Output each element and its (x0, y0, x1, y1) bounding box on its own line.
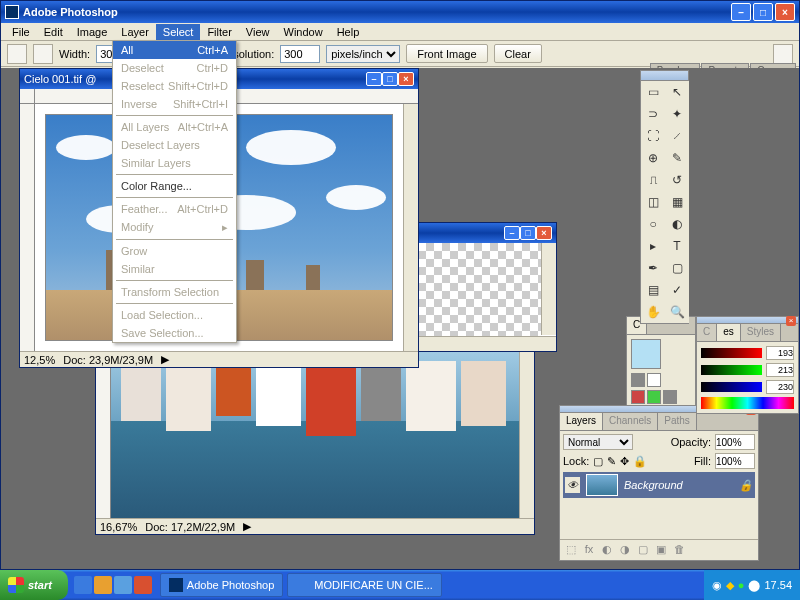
maximize-button[interactable]: □ (753, 3, 773, 21)
scrollbar-horizontal[interactable] (418, 336, 556, 351)
new-layer-icon[interactable]: ▣ (653, 543, 669, 557)
doc-close-button[interactable]: × (536, 226, 552, 240)
document-titlebar[interactable]: – □ × (418, 223, 556, 243)
path-tool-icon[interactable]: ▸ (641, 235, 665, 257)
start-button[interactable]: start (0, 570, 68, 600)
clock[interactable]: 17.54 (764, 579, 792, 591)
document-window-3[interactable]: – □ × (417, 222, 557, 352)
panel-close-icon[interactable]: × (786, 316, 796, 326)
adjustment-icon[interactable]: ◑ (617, 543, 633, 557)
eraser-tool-icon[interactable]: ◫ (641, 191, 665, 213)
taskbar-item[interactable]: MODIFICARE UN CIE... (287, 573, 442, 597)
minimize-button[interactable]: – (731, 3, 751, 21)
hue-ramp[interactable] (701, 397, 794, 409)
panel-tab[interactable]: Styles (741, 324, 781, 341)
tray-icon[interactable]: ◆ (726, 579, 734, 592)
b-slider[interactable] (701, 382, 762, 392)
gradient-tool-icon[interactable]: ▦ (665, 191, 689, 213)
tray-icon[interactable]: ● (738, 579, 745, 591)
menu-item[interactable]: Color Range... (113, 177, 236, 195)
blur-tool-icon[interactable]: ○ (641, 213, 665, 235)
resolution-input[interactable] (280, 45, 320, 63)
pen-tool-icon[interactable]: ✒ (641, 257, 665, 279)
panel-tab[interactable]: Layers (560, 413, 603, 430)
desktop-icon[interactable] (114, 576, 132, 594)
wand-tool-icon[interactable]: ✦ (665, 103, 689, 125)
menu-file[interactable]: File (5, 24, 37, 40)
panel-tab[interactable]: C (697, 324, 717, 341)
mode-icon[interactable] (647, 373, 661, 387)
slice-tool-icon[interactable]: ⟋ (665, 125, 689, 147)
lock-brush-icon[interactable]: ✎ (607, 455, 616, 468)
dodge-tool-icon[interactable]: ◐ (665, 213, 689, 235)
r-slider[interactable] (701, 348, 762, 358)
swatch-icon[interactable] (663, 390, 677, 404)
lock-transparency-icon[interactable]: ▢ (593, 455, 603, 468)
hand-tool-icon[interactable]: ✋ (641, 301, 665, 323)
visibility-icon[interactable]: 👁 (565, 477, 580, 493)
scrollbar-vertical[interactable] (403, 104, 418, 351)
doc-minimize-button[interactable]: – (366, 72, 382, 86)
menu-filter[interactable]: Filter (200, 24, 238, 40)
mail-icon[interactable] (94, 576, 112, 594)
stamp-tool-icon[interactable]: ⎍ (641, 169, 665, 191)
ie-icon[interactable] (74, 576, 92, 594)
panel-tab[interactable]: Paths (658, 413, 697, 430)
blend-mode-select[interactable]: Normal (563, 434, 633, 450)
menu-select[interactable]: Select (156, 24, 201, 40)
menu-help[interactable]: Help (330, 24, 367, 40)
r-value[interactable] (766, 346, 794, 360)
link-icon[interactable]: ⬚ (563, 543, 579, 557)
resolution-unit[interactable]: pixels/inch (326, 45, 400, 63)
heal-tool-icon[interactable]: ⊕ (641, 147, 665, 169)
app-titlebar[interactable]: Adobe Photoshop – □ × (1, 1, 799, 23)
tray-icon[interactable]: ⬤ (748, 579, 760, 592)
crop-tool-icon[interactable]: ⛶ (641, 125, 665, 147)
swatch-icon[interactable] (631, 390, 645, 404)
scrollbar-vertical[interactable] (541, 243, 556, 335)
clear-button[interactable]: Clear (494, 44, 542, 63)
folder-icon[interactable]: ▢ (635, 543, 651, 557)
layer-row[interactable]: 👁 Background 🔒 (563, 472, 755, 498)
eyedropper-tool-icon[interactable]: ✓ (665, 279, 689, 301)
panel-tab[interactable]: Channels (603, 413, 658, 430)
opacity-input[interactable] (715, 434, 755, 450)
tray-icon[interactable]: ◉ (712, 579, 722, 592)
tool-preset-icon[interactable] (7, 44, 27, 64)
history-brush-icon[interactable]: ↺ (665, 169, 689, 191)
brush-tool-icon[interactable]: ✎ (665, 147, 689, 169)
lasso-tool-icon[interactable]: ⊃ (641, 103, 665, 125)
mask-icon[interactable]: ◐ (599, 543, 615, 557)
doc-minimize-button[interactable]: – (504, 226, 520, 240)
foreground-swatch[interactable] (631, 339, 661, 369)
fx-icon[interactable]: fx (581, 543, 597, 557)
swatch-icon[interactable] (647, 390, 661, 404)
toolbox-grip[interactable] (641, 71, 688, 81)
g-slider[interactable] (701, 365, 762, 375)
fill-input[interactable] (715, 453, 755, 469)
menu-item[interactable]: AllCtrl+A (113, 41, 236, 59)
zoom-level[interactable]: 16,67% (100, 521, 137, 533)
palette-toggle-icon[interactable] (773, 44, 793, 64)
toolbox[interactable]: ▭ ↖ ⊃ ✦ ⛶ ⟋ ⊕ ✎ ⎍ ↺ ◫ ▦ ○ ◐ ▸ T ✒ ▢ ▤ ✓ … (640, 70, 689, 324)
panel-tab[interactable]: es (717, 324, 741, 341)
zoom-tool-icon[interactable]: 🔍 (665, 301, 689, 323)
doc-close-button[interactable]: × (398, 72, 414, 86)
menu-window[interactable]: Window (277, 24, 330, 40)
close-button[interactable]: × (775, 3, 795, 21)
taskbar-item[interactable]: Adobe Photoshop (160, 573, 283, 597)
lock-all-icon[interactable]: 🔒 (633, 455, 647, 468)
doc-maximize-button[interactable]: □ (382, 72, 398, 86)
shape-tool-icon[interactable]: ▢ (665, 257, 689, 279)
scrollbar-vertical[interactable] (519, 341, 534, 518)
b-value[interactable] (766, 380, 794, 394)
color-panel[interactable]: × CesStyles (696, 316, 799, 414)
app-icon[interactable] (134, 576, 152, 594)
menu-layer[interactable]: Layer (114, 24, 156, 40)
front-image-button[interactable]: Front Image (406, 44, 487, 63)
type-tool-icon[interactable]: T (665, 235, 689, 257)
trash-icon[interactable]: 🗑 (671, 543, 687, 557)
zoom-level[interactable]: 12,5% (24, 354, 55, 366)
lock-move-icon[interactable]: ✥ (620, 455, 629, 468)
menu-edit[interactable]: Edit (37, 24, 70, 40)
